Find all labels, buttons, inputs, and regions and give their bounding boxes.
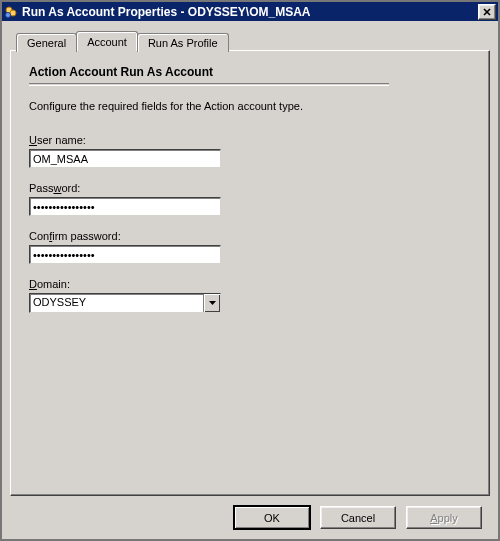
password-label: Password: [29, 182, 471, 194]
confirm-password-label: Confirm password: [29, 230, 471, 242]
tab-label: Run As Profile [148, 37, 218, 49]
svg-point-2 [6, 12, 11, 17]
username-label: User name: [29, 134, 471, 146]
separator [29, 83, 389, 86]
tab-strip: General Account Run As Profile [16, 29, 490, 51]
title-bar: Run As Account Properties - ODYSSEY\OM_M… [2, 2, 498, 21]
field-password: Password: [29, 182, 471, 216]
close-button[interactable] [478, 4, 496, 20]
tab-runas-profile[interactable]: Run As Profile [137, 33, 229, 52]
tab-general[interactable]: General [16, 33, 77, 52]
tab-label: Account [87, 36, 127, 48]
section-description: Configure the required fields for the Ac… [29, 100, 471, 112]
dialog-window: Run As Account Properties - ODYSSEY\OM_M… [0, 0, 500, 541]
domain-combobox[interactable]: ODYSSEY [29, 293, 221, 313]
domain-label: Domain: [29, 278, 471, 290]
button-label: Cancel [341, 512, 375, 524]
window-title: Run As Account Properties - ODYSSEY\OM_M… [22, 5, 478, 19]
dropdown-button[interactable] [203, 294, 220, 312]
apply-button[interactable]: Apply [406, 506, 482, 529]
field-domain: Domain: ODYSSEY [29, 278, 471, 313]
field-username: User name: [29, 134, 471, 168]
tab-label: General [27, 37, 66, 49]
button-label: Apply [430, 512, 458, 524]
dialog-buttons: OK Cancel Apply [10, 496, 490, 531]
ok-button[interactable]: OK [234, 506, 310, 529]
chevron-down-icon [209, 301, 216, 305]
password-input[interactable] [29, 197, 221, 216]
confirm-password-input[interactable] [29, 245, 221, 264]
cancel-button[interactable]: Cancel [320, 506, 396, 529]
field-confirm-password: Confirm password: [29, 230, 471, 264]
username-input[interactable] [29, 149, 221, 168]
tab-account[interactable]: Account [76, 31, 138, 52]
tab-panel: Action Account Run As Account Configure … [10, 50, 490, 496]
domain-value: ODYSSEY [30, 294, 203, 312]
button-label: OK [264, 512, 280, 524]
client-area: General Account Run As Profile Action Ac… [2, 21, 498, 539]
app-icon [4, 5, 18, 19]
svg-marker-5 [209, 301, 216, 305]
section-title: Action Account Run As Account [29, 65, 471, 79]
